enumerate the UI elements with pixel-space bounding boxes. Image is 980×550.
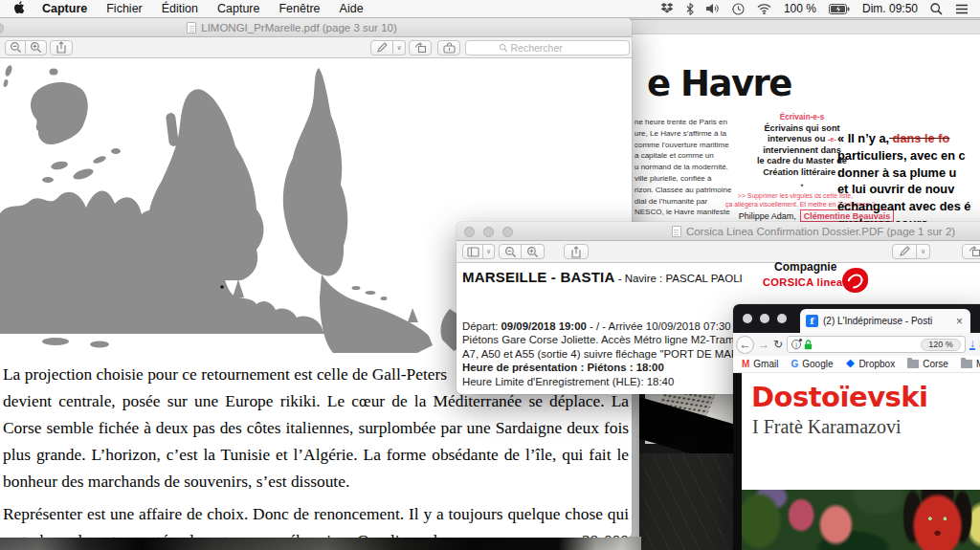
volume-status-icon[interactable] xyxy=(706,3,720,14)
plaquette-quote-line: « Il n’y a, dans le fo xyxy=(837,130,980,147)
photo-montage-strip xyxy=(0,537,641,550)
bluetooth-status-icon[interactable] xyxy=(686,3,694,15)
apple-menu[interactable] xyxy=(13,1,25,17)
zoom-window-button[interactable] xyxy=(502,227,513,237)
zoom-window-button[interactable] xyxy=(0,23,4,33)
close-window-button[interactable] xyxy=(464,227,475,237)
markup-pen-button[interactable] xyxy=(370,40,393,55)
menu-clock[interactable]: Dim. 09:50 xyxy=(862,2,918,15)
markup-chevron-button[interactable]: ∨ xyxy=(917,244,930,259)
bookmark-label: Corse xyxy=(923,359,948,369)
menu-item[interactable]: Capture xyxy=(208,2,269,15)
window-photo-bw xyxy=(639,381,745,550)
markup-toolbox-button[interactable] xyxy=(437,40,460,55)
menu-item[interactable]: Aide xyxy=(330,2,373,15)
gmail-icon: M xyxy=(742,359,749,369)
menu-item[interactable]: Fichier xyxy=(97,2,152,15)
wifi-status-icon[interactable] xyxy=(757,4,771,14)
notification-center-icon[interactable] xyxy=(955,4,969,14)
pdf-text-line: plus grande. L’horizon, c’est la Tunisie… xyxy=(3,441,629,468)
tab-close-icon[interactable]: × xyxy=(954,315,965,328)
zoom-out-button[interactable] xyxy=(5,40,26,55)
dropbox-icon: ❖ xyxy=(846,358,856,370)
corsica-route-line: MARSEILLE - BASTIA - Navire : PASCAL PAO… xyxy=(462,269,743,286)
rotate-button[interactable] xyxy=(409,40,432,55)
search-field[interactable] xyxy=(465,40,630,55)
corsica-toolbar: ∨ ∨ xyxy=(457,241,980,263)
facebook-icon: f xyxy=(806,315,818,327)
spotlight-icon[interactable] xyxy=(930,3,943,15)
pdf-text-line: bonheur des marchands de souvenirs, s’es… xyxy=(3,468,629,495)
browser-tab-bar: f (2) L'Indéprimeuse - Posti × xyxy=(733,304,980,333)
route-ship: - Navire : PASCAL PAOLI xyxy=(614,273,742,284)
plaquette-left-line: ure, Le Havre s’affirme à la xyxy=(635,128,754,140)
inverted-world-map xyxy=(0,58,498,355)
share-button[interactable] xyxy=(564,244,589,259)
menu-item[interactable]: Fenêtre xyxy=(269,2,329,15)
book-subtitle: I Fratè Karamazovi xyxy=(752,416,901,438)
page-info-icon[interactable]: i xyxy=(791,340,801,349)
menu-bar: Capture FichierÉditionCaptureFenêtreAide… xyxy=(0,0,980,18)
zoom-in-button[interactable] xyxy=(26,40,47,55)
bookmark-gmail[interactable]: MGmail xyxy=(742,359,778,369)
back-button[interactable]: ← xyxy=(736,336,754,354)
corsica-info-block: Départ: 09/09/2018 19:00 - / - Arrivée 1… xyxy=(462,319,743,388)
corsica-info-line: Heure Limite d'Enregistrement (HLE): 18:… xyxy=(462,375,743,388)
active-app-menu[interactable]: Capture xyxy=(33,2,97,15)
markup-pen-button[interactable] xyxy=(892,244,917,259)
bookmarks-bar: MGmailGGoogle❖DropboxCorseMaster xyxy=(733,356,980,373)
sidebar-view-button[interactable] xyxy=(462,244,483,259)
book-author-title: Dostoïevski xyxy=(751,381,928,413)
traffic-lights[interactable] xyxy=(0,23,4,33)
route-cities: MARSEILLE - BASTIA xyxy=(462,269,614,285)
markup-chevron-button[interactable]: ∨ xyxy=(393,40,406,55)
traffic-lights[interactable] xyxy=(743,314,787,323)
limongi-titlebar[interactable]: LIMONGI_PrMarelle.pdf (page 3 sur 10) xyxy=(0,18,632,37)
folder-icon xyxy=(907,360,919,368)
rotate-button[interactable] xyxy=(962,244,980,259)
search-icon xyxy=(499,43,508,53)
page-dark-strip xyxy=(733,373,742,550)
zoom-out-button[interactable] xyxy=(499,244,522,259)
corsica-titlebar[interactable]: Corsica Linea Confirmation Dossier.PDF (… xyxy=(457,222,980,241)
pdf-doc-icon xyxy=(187,22,196,33)
bookmark-master[interactable]: Master xyxy=(961,359,980,369)
bookmark-google[interactable]: GGoogle xyxy=(791,359,833,369)
share-button[interactable] xyxy=(50,40,73,55)
corsica-title: Corsica Linea Confirmation Dossier.PDF (… xyxy=(686,226,955,237)
zoom-window-button[interactable] xyxy=(777,314,787,323)
limongi-title: LIMONGI_PrMarelle.pdf (page 3 sur 10) xyxy=(201,22,397,33)
bookmark-dropbox[interactable]: ❖Dropbox xyxy=(846,358,896,370)
browser-tab[interactable]: f (2) L'Indéprimeuse - Posti × xyxy=(800,309,970,333)
view-chevron-button[interactable]: ∨ xyxy=(483,244,495,259)
traffic-lights[interactable] xyxy=(464,227,513,237)
plaquette-quote-column: « Il n’y a, dans le foparticuliers, avec… xyxy=(837,130,980,232)
https-lock-icon xyxy=(804,340,813,350)
compagnie-label: Compagnie xyxy=(774,260,836,274)
search-input[interactable] xyxy=(511,42,597,54)
time-machine-status-icon[interactable] xyxy=(732,3,745,15)
folder-icon xyxy=(961,360,972,368)
pdf-text-line: reste hors de notre portée, de notre com… xyxy=(3,527,629,538)
plaquette-headline: e Havre xyxy=(647,63,791,104)
bookmark-corse[interactable]: Corse xyxy=(907,359,948,369)
forward-button[interactable]: → xyxy=(758,339,769,350)
url-bar[interactable]: i 120 % xyxy=(787,336,966,353)
close-window-button[interactable] xyxy=(743,314,752,323)
zoom-level-badge[interactable]: 120 % xyxy=(921,339,961,351)
reload-button[interactable]: ↻ xyxy=(773,339,783,350)
corsica-linea-logo-icon xyxy=(842,268,868,293)
desktop: { "menu_bar": { "app_name": "Capture", "… xyxy=(0,0,980,550)
menu-item[interactable]: Édition xyxy=(152,2,208,15)
bookmark-label: Dropbox xyxy=(858,359,895,369)
bookmark-label: Master xyxy=(976,359,980,369)
minimize-window-button[interactable] xyxy=(483,227,494,237)
corsica-map-dot xyxy=(220,285,224,289)
bookmark-label: Gmail xyxy=(753,359,778,369)
corsica-info-line: Heure de présentation : Piétons : 18:00 xyxy=(462,361,743,374)
zoom-in-button[interactable] xyxy=(522,244,545,259)
apple-icon xyxy=(13,1,25,14)
downloads-button[interactable]: ↓ xyxy=(969,339,975,350)
minimize-window-button[interactable] xyxy=(760,314,769,323)
dropbox-status-icon[interactable] xyxy=(660,3,674,14)
